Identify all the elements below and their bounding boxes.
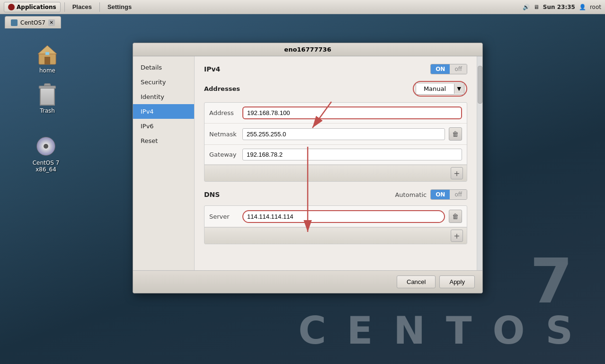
sidebar-item-ipv4[interactable]: IPv4 — [133, 104, 194, 119]
sidebar-item-identity[interactable]: Identity — [133, 89, 194, 104]
taskbar: Applications Places Settings 🔊 🖥 Sun 23:… — [0, 0, 605, 14]
dialog-main-content: IPv4 ON off Addresses Manual ▼ — [195, 56, 477, 270]
display-icon[interactable]: 🖥 — [534, 4, 539, 10]
netmask-input[interactable] — [242, 128, 445, 140]
dvd-icon — [35, 135, 57, 158]
gateway-field-row: Gateway — [205, 145, 467, 165]
dns-title: DNS — [204, 191, 395, 198]
dns-header: DNS Automatic ON off — [204, 189, 467, 200]
dialog-body: Details Security Identity IPv4 IPv6 Rese… — [133, 56, 482, 270]
applications-label: Applications — [17, 4, 56, 10]
address-field-row: Address — [205, 103, 467, 124]
applications-menu[interactable]: Applications — [4, 2, 61, 12]
manual-dropdown-value: Manual — [416, 83, 454, 94]
settings-menu[interactable]: Settings — [104, 2, 135, 12]
places-menu[interactable]: Places — [69, 2, 96, 12]
netmask-label: Netmask — [209, 131, 242, 138]
sidebar-item-ipv6[interactable]: IPv6 — [133, 119, 194, 133]
sidebar-item-details[interactable]: Details — [133, 60, 194, 75]
username: root — [590, 4, 601, 10]
dvd-icon-label: CentOS 7 x86_64 — [27, 160, 65, 173]
ipv4-title: IPv4 — [204, 65, 220, 73]
dns-toggle[interactable]: ON off — [430, 189, 467, 200]
apply-button[interactable]: Apply — [439, 275, 475, 288]
address-fields-footer: + — [205, 165, 467, 181]
delete-address-btn[interactable]: 🗑 — [449, 127, 462, 141]
toggle-off-btn[interactable]: off — [450, 64, 467, 74]
home-desktop-icon[interactable]: home — [28, 43, 66, 74]
trash-icon — [36, 83, 59, 106]
home-icon-label: home — [39, 67, 55, 74]
dialog-sidebar: Details Security Identity IPv4 IPv6 Rese… — [133, 56, 195, 270]
taskbar-separator2 — [99, 2, 100, 12]
delete-server-btn[interactable]: 🗑 — [449, 210, 462, 223]
clock: Sun 23:35 — [543, 4, 575, 10]
address-input[interactable] — [242, 107, 462, 119]
dialog-title: eno16777736 — [133, 43, 482, 56]
manual-dropdown-circle: Manual ▼ — [413, 81, 467, 97]
tab-close-button[interactable]: ✕ — [48, 19, 55, 26]
dns-toggle-on[interactable]: ON — [431, 190, 450, 199]
manual-dropdown[interactable]: Manual ▼ — [416, 83, 464, 95]
netmask-field-row: Netmask 🗑 — [205, 124, 467, 145]
ipv4-header: IPv4 ON off — [204, 64, 467, 74]
server-input[interactable] — [242, 210, 445, 223]
centos-icon — [8, 4, 15, 10]
window-icon — [11, 19, 18, 26]
address-fields-box: Address Netmask 🗑 Gateway + — [204, 102, 467, 182]
cancel-button[interactable]: Cancel — [397, 275, 436, 288]
tab-label: CentOS7 — [20, 19, 45, 26]
add-dns-btn[interactable]: + — [451, 230, 463, 242]
scrollbar[interactable] — [477, 56, 482, 270]
network-dialog: eno16777736 Details Security Identity IP… — [133, 43, 483, 293]
centos7-tab[interactable]: CentOS7 ✕ — [5, 16, 61, 28]
svg-rect-2 — [44, 57, 50, 64]
trash-desktop-icon[interactable]: Trash — [28, 83, 66, 114]
addresses-label: Addresses — [204, 85, 413, 92]
user-icon: 👤 — [579, 4, 586, 10]
svg-rect-3 — [45, 52, 49, 55]
taskbar-separator — [64, 2, 65, 12]
ipv4-toggle[interactable]: ON off — [430, 64, 467, 74]
taskbar-right: 🔊 🖥 Sun 23:35 👤 root — [523, 4, 601, 10]
window-tabs: CentOS7 ✕ — [0, 14, 61, 28]
dns-toggle-off[interactable]: off — [450, 190, 467, 199]
sidebar-item-security[interactable]: Security — [133, 75, 194, 89]
dns-auto-label: Automatic — [395, 191, 427, 198]
dns-fields-box: Server 🗑 + — [204, 205, 467, 244]
dns-fields-footer: + — [205, 227, 467, 244]
dvd-desktop-icon[interactable]: CentOS 7 x86_64 — [27, 135, 65, 173]
home-icon — [36, 43, 59, 65]
address-label: Address — [209, 109, 242, 116]
server-field-row: Server 🗑 — [205, 206, 467, 227]
gateway-label: Gateway — [209, 151, 242, 158]
volume-icon[interactable]: 🔊 — [523, 4, 530, 10]
addresses-row: Addresses Manual ▼ — [204, 81, 467, 97]
add-address-btn[interactable]: + — [451, 167, 463, 179]
dialog-footer: Cancel Apply — [133, 270, 482, 293]
gateway-input[interactable] — [242, 149, 462, 160]
dns-section: DNS Automatic ON off Server 🗑 + — [204, 189, 467, 244]
sidebar-item-reset[interactable]: Reset — [133, 133, 194, 148]
server-label: Server — [209, 213, 242, 220]
dropdown-arrow-icon[interactable]: ▼ — [454, 84, 464, 94]
centos-text: C E N T O S — [298, 309, 577, 353]
trash-icon-label: Trash — [40, 107, 55, 114]
scrollbar-thumb[interactable] — [478, 66, 482, 104]
toggle-on-btn[interactable]: ON — [431, 64, 450, 74]
